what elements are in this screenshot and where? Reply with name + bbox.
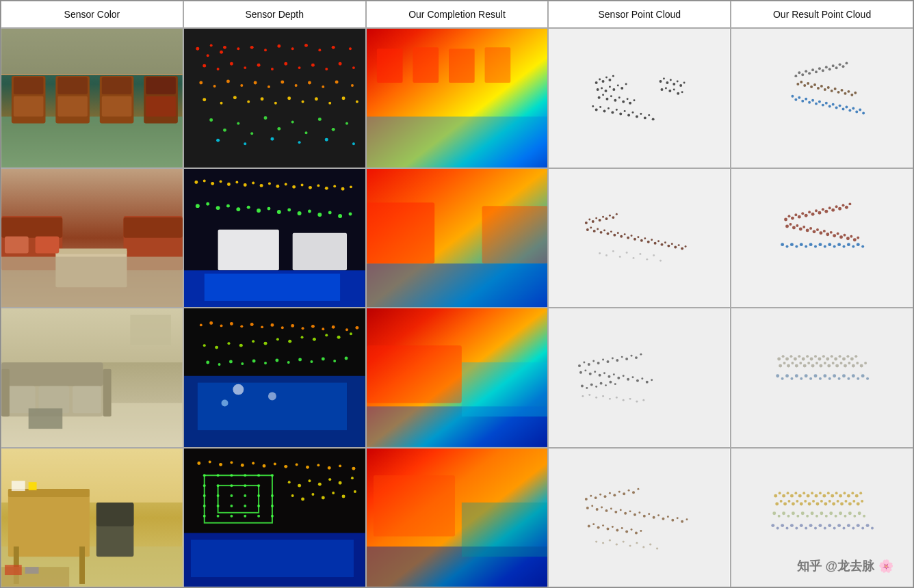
svg-point-121 [616,109,618,111]
svg-point-120 [612,111,614,114]
svg-point-660 [681,520,684,522]
svg-point-522 [852,364,855,367]
svg-point-316 [805,213,808,217]
svg-point-406 [288,340,291,343]
svg-point-715 [808,502,811,505]
svg-point-533 [809,377,812,380]
svg-point-669 [621,527,623,529]
svg-point-180 [792,95,794,98]
svg-point-750 [776,526,779,529]
svg-point-655 [657,514,660,516]
svg-point-311 [788,215,791,217]
svg-point-142 [673,88,675,90]
svg-point-608 [298,483,301,487]
svg-point-562 [208,460,211,463]
svg-point-33 [230,62,233,66]
svg-point-737 [811,511,814,515]
svg-point-753 [790,524,794,527]
svg-point-539 [838,377,841,380]
svg-point-403 [252,340,254,343]
svg-point-344 [833,234,836,237]
svg-point-407 [300,336,303,338]
svg-rect-253 [205,273,340,301]
svg-point-578 [203,474,206,477]
svg-rect-552 [79,546,85,584]
svg-point-579 [216,474,219,477]
svg-point-420 [298,358,302,361]
svg-point-362 [828,243,831,246]
svg-point-358 [809,243,813,246]
svg-point-447 [635,356,638,359]
svg-point-451 [589,373,592,375]
svg-point-511 [807,362,810,364]
svg-point-345 [837,232,839,235]
svg-point-216 [211,181,214,185]
svg-point-477 [609,398,611,400]
svg-point-485 [782,355,785,358]
svg-point-510 [803,364,807,367]
svg-rect-624 [374,475,455,536]
svg-point-282 [631,235,633,237]
sensor-depth-row3 [183,308,366,448]
svg-point-603 [230,514,233,517]
svg-point-454 [603,372,605,374]
svg-point-620 [354,490,356,493]
svg-point-767 [857,524,860,527]
svg-point-476 [602,395,604,397]
svg-point-93 [602,80,605,83]
svg-point-191 [828,105,831,108]
svg-point-127 [640,113,642,115]
svg-point-754 [796,526,798,529]
svg-point-392 [291,324,294,328]
svg-rect-207 [124,217,183,238]
svg-point-758 [814,526,817,529]
svg-point-234 [196,204,200,208]
svg-point-37 [284,62,287,66]
svg-point-365 [843,245,846,248]
svg-point-534 [814,374,818,377]
svg-point-187 [815,103,818,105]
svg-point-235 [206,202,209,205]
svg-point-74 [250,132,253,135]
svg-point-35 [257,64,260,67]
svg-point-692 [802,492,805,494]
svg-point-116 [595,109,598,111]
svg-point-239 [247,205,250,209]
svg-point-150 [808,72,811,75]
svg-point-363 [833,245,836,248]
svg-rect-255 [367,202,434,263]
svg-point-77 [332,128,335,131]
svg-point-638 [632,491,635,494]
svg-rect-13 [146,77,176,94]
svg-point-99 [605,90,608,92]
svg-point-137 [680,84,683,87]
comparison-grid: Sensor Color Sensor Depth Our Completion… [0,0,914,588]
svg-point-740 [825,514,828,517]
svg-point-457 [618,377,621,379]
svg-point-741 [829,511,833,515]
svg-point-464 [651,379,653,381]
svg-point-69 [263,116,267,120]
svg-point-106 [602,94,604,96]
svg-point-419 [287,361,290,364]
svg-point-315 [801,212,804,215]
svg-point-302 [619,255,621,257]
svg-point-79 [244,142,246,145]
svg-rect-378 [103,369,112,416]
svg-point-288 [651,239,653,241]
svg-point-200 [859,109,861,111]
svg-point-176 [844,92,847,95]
svg-point-647 [620,509,622,511]
svg-point-614 [291,494,293,497]
svg-point-446 [631,355,633,357]
svg-point-383 [200,323,203,326]
svg-point-349 [850,235,853,237]
svg-point-681 [643,546,645,548]
svg-rect-376 [73,386,101,414]
svg-point-287 [647,240,650,243]
svg-point-519 [840,362,843,364]
svg-point-489 [798,355,801,358]
svg-point-113 [629,102,631,105]
svg-point-469 [600,382,603,385]
svg-point-46 [240,84,243,87]
